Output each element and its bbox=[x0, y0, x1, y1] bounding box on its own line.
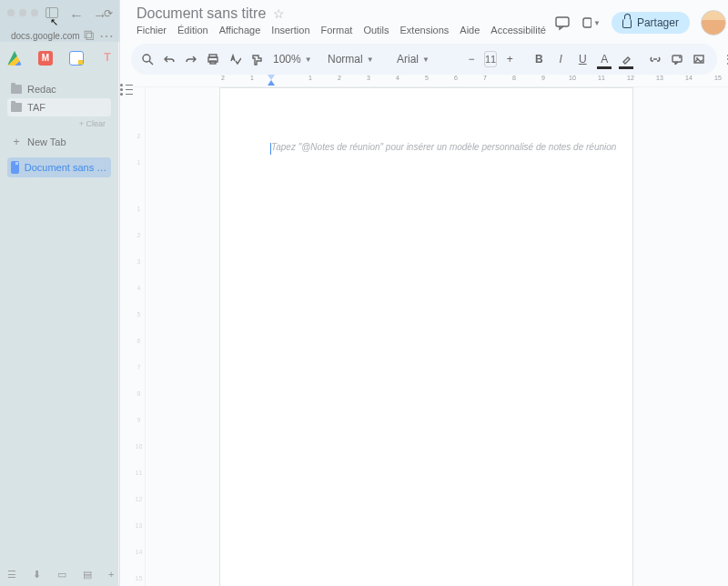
sidebar-toggle-icon[interactable] bbox=[46, 7, 58, 18]
workspace: 21123456789101112131415161718 2112345678… bbox=[120, 75, 728, 586]
docs-header: Document sans titre ☆ Fichier Édition Af… bbox=[120, 0, 728, 40]
add-button[interactable]: + bbox=[108, 569, 114, 580]
document-page[interactable]: Tapez "@Notes de réunion" pour insérer u… bbox=[219, 87, 633, 586]
undo-button[interactable] bbox=[160, 48, 178, 70]
svg-rect-1 bbox=[583, 18, 592, 27]
meet-button[interactable]: ▼ bbox=[582, 14, 601, 32]
spellcheck-button[interactable] bbox=[226, 48, 244, 70]
document-placeholder-text: Tapez "@Notes de réunion" pour insérer u… bbox=[271, 142, 616, 152]
insert-comment-button[interactable] bbox=[668, 48, 686, 70]
svg-rect-0 bbox=[556, 17, 569, 26]
share-button[interactable]: Partager bbox=[612, 12, 690, 34]
window-traffic-lights[interactable] bbox=[7, 9, 38, 16]
lock-icon bbox=[622, 19, 632, 28]
document-outline-icon[interactable] bbox=[120, 84, 133, 95]
font-family-select[interactable]: Arial▼ bbox=[393, 53, 451, 66]
archive-icon[interactable]: ☰ bbox=[7, 569, 16, 581]
bold-button[interactable]: B bbox=[530, 48, 548, 70]
share-label: Partager bbox=[637, 16, 679, 29]
print-button[interactable] bbox=[204, 48, 222, 70]
menu-affichage[interactable]: Affichage bbox=[219, 25, 261, 35]
clear-button[interactable]: + Clear bbox=[7, 119, 111, 128]
toolbar: 100%▼ Normal▼ Arial▼ − 11 + B I U A ⋮ ᐱ bbox=[131, 44, 717, 75]
easel-icon[interactable]: ▤ bbox=[83, 569, 92, 581]
document-scroll-area[interactable]: 21123456789101112131415161718 2112345678… bbox=[133, 75, 728, 586]
new-tab-label: New Tab bbox=[27, 136, 66, 147]
menu-edition[interactable]: Édition bbox=[177, 25, 208, 35]
folder-icon bbox=[11, 85, 22, 94]
highlight-color-button[interactable] bbox=[617, 48, 635, 70]
vertical-ruler[interactable]: 211234567891011121314151617 bbox=[133, 87, 146, 586]
font-size-increase[interactable]: + bbox=[500, 48, 519, 70]
redo-button[interactable] bbox=[182, 48, 200, 70]
insert-image-button[interactable] bbox=[690, 48, 708, 70]
google-docs-window: Document sans titre ☆ Fichier Édition Af… bbox=[119, 0, 728, 586]
reload-button[interactable]: ⟳ bbox=[104, 7, 113, 20]
comment-history-icon[interactable] bbox=[553, 14, 571, 32]
sidebar-item-taf[interactable]: TAF bbox=[7, 98, 111, 116]
caret-down-icon: ▼ bbox=[593, 19, 601, 27]
menu-accessibilite[interactable]: Accessibilité bbox=[490, 25, 546, 35]
folder-icon bbox=[11, 103, 22, 112]
menu-extensions[interactable]: Extensions bbox=[400, 25, 450, 35]
font-size-decrease[interactable]: − bbox=[462, 48, 480, 70]
menu-aide[interactable]: Aide bbox=[460, 25, 480, 35]
sidebar-item-label: Redac bbox=[27, 84, 56, 95]
document-title[interactable]: Document sans titre bbox=[136, 5, 266, 22]
fav-drive-icon[interactable] bbox=[7, 51, 22, 66]
svg-point-2 bbox=[143, 55, 150, 62]
svg-line-3 bbox=[149, 61, 153, 65]
menu-insertion[interactable]: Insertion bbox=[271, 25, 309, 35]
fav-calendar-icon[interactable] bbox=[69, 51, 84, 66]
open-tab-label: Document sans titre - G... bbox=[25, 162, 107, 173]
toolbar-more-button[interactable]: ⋮ bbox=[719, 48, 728, 70]
address-bar[interactable]: docs.google.com bbox=[7, 29, 84, 43]
browser-sidebar: M T Redac TAF + Clear + New Tab Document… bbox=[0, 0, 118, 586]
menu-outils[interactable]: Outils bbox=[363, 25, 389, 35]
sidebar-open-tab[interactable]: Document sans titre - G... bbox=[7, 157, 111, 177]
paragraph-style-select[interactable]: Normal▼ bbox=[324, 53, 382, 66]
zoom-select[interactable]: 100%▼ bbox=[269, 53, 313, 66]
svg-rect-7 bbox=[672, 56, 682, 62]
underline-button[interactable]: U bbox=[573, 48, 592, 70]
menu-fichier[interactable]: Fichier bbox=[136, 25, 167, 35]
text-color-button[interactable]: A bbox=[595, 48, 613, 70]
docs-file-icon bbox=[11, 161, 19, 174]
menu-format[interactable]: Format bbox=[321, 25, 353, 35]
account-avatar[interactable] bbox=[701, 10, 726, 35]
horizontal-ruler[interactable]: 21123456789101112131415161718 bbox=[133, 75, 728, 87]
fav-app-icon[interactable]: T bbox=[100, 51, 115, 66]
left-indent-marker[interactable] bbox=[268, 80, 275, 86]
paint-format-button[interactable] bbox=[248, 48, 266, 70]
fav-gmail-icon[interactable]: M bbox=[38, 51, 53, 66]
star-icon[interactable]: ☆ bbox=[273, 6, 285, 21]
nav-back-button[interactable]: ← bbox=[69, 7, 84, 24]
insert-link-button[interactable] bbox=[646, 48, 664, 70]
sidebar-item-redac[interactable]: Redac bbox=[7, 80, 111, 98]
svg-point-8 bbox=[679, 56, 681, 58]
page-options-icon[interactable]: ⋯ bbox=[99, 27, 114, 45]
note-icon[interactable]: ▭ bbox=[57, 569, 66, 581]
font-size-input[interactable]: 11 bbox=[484, 51, 497, 67]
menu-bar: Fichier Édition Affichage Insertion Form… bbox=[136, 25, 546, 35]
search-menus-icon[interactable] bbox=[138, 48, 157, 70]
new-tab-button[interactable]: + New Tab bbox=[7, 131, 111, 152]
download-icon[interactable]: ⬇ bbox=[33, 569, 41, 581]
plus-icon: + bbox=[11, 135, 22, 148]
sidebar-item-label: TAF bbox=[27, 102, 46, 113]
italic-button[interactable]: I bbox=[551, 48, 570, 70]
link-icon[interactable]: ⧉ bbox=[84, 27, 94, 45]
